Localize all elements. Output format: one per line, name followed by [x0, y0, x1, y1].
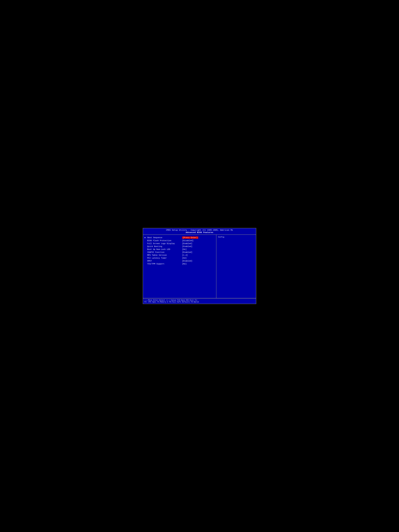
menu-item-label: Full Screen Logo Display	[145, 242, 181, 245]
menu-item-value: [Disabled]	[181, 240, 215, 242]
title-bar-top: CMOS Setup Utility - Copyright (C) 1985-…	[144, 229, 255, 231]
menu-item[interactable]: MPS Table Version[1.4]	[145, 254, 215, 257]
title-bar-sub: Advanced BIOS Features	[144, 231, 255, 234]
menu-arrow-icon: ▶	[145, 237, 147, 239]
menu-item-label-text: Full Screen Logo Display	[147, 242, 175, 245]
menu-item-value-normal: [1.4]	[182, 254, 188, 256]
menu-item-label-text: IOAPIC Function	[147, 251, 165, 253]
menu-item-value: [Press Enter]	[181, 236, 215, 239]
menu-item[interactable]: ▶ Boot Sequence[Press Enter]	[145, 236, 215, 239]
menu-item-value: [Enabled]	[181, 242, 215, 245]
menu-item[interactable]: PCI Latency Timer[64]	[145, 257, 215, 260]
menu-item-label: HPET	[145, 260, 181, 262]
menu-item[interactable]: HPET[Enabled]	[145, 260, 215, 262]
menu-item-label-text: PCI Latency Timer	[147, 257, 167, 259]
menu-item[interactable]: Quick Booting[Enabled]	[145, 245, 215, 248]
menu-item-value-highlighted: [Press Enter]	[182, 236, 198, 239]
menu-item-label: MPS Table Version	[145, 254, 181, 256]
menu-item-value-normal: [64]	[182, 257, 187, 259]
menu-item-label: BIOS Flash Protection	[145, 240, 181, 242]
screen-wrapper: CMOS Setup Utility - Copyright (C) 1985-…	[140, 223, 259, 309]
menu-item[interactable]: BIOS Flash Protection[Disabled]	[145, 239, 215, 242]
menu-item-label-text: Boot Sequence	[147, 237, 162, 239]
footer-line-1: ↑↓↔:Move Enter:Select +/-/:Value F10:Sav…	[144, 299, 255, 301]
right-panel-title: Config	[218, 236, 254, 238]
main-content: ▶ Boot Sequence[Press Enter] BIOS Flash …	[143, 235, 256, 298]
footer-line-2: F4: CPU Spec F5:Memory-Z F8:Fail-Safe De…	[144, 301, 255, 303]
menu-item-value-normal: [Enabled]	[182, 251, 192, 253]
bios-screen: CMOS Setup Utility - Copyright (C) 1985-…	[143, 228, 256, 304]
footer: ↑↓↔:Move Enter:Select +/-/:Value F10:Sav…	[143, 298, 256, 304]
menu-item-label-text: TCG/TPM Support	[147, 263, 165, 265]
right-panel: Config	[216, 235, 256, 298]
menu-item-value-normal: [Enabled]	[182, 260, 192, 262]
menu-item-label-text: MPS Table Version	[147, 254, 167, 256]
menu-item-value: [64]	[181, 257, 215, 259]
menu-item-label: Boot Up Num-Lock LED	[145, 248, 181, 250]
menu-item-value: [1.4]	[181, 254, 215, 256]
menu-item[interactable]: IOAPIC Function[Enabled]	[145, 251, 215, 254]
menu-item-label: IOAPIC Function	[145, 251, 181, 253]
menu-item[interactable]: Boot Up Num-Lock LED[On]	[145, 248, 215, 251]
menu-item-label-text: Boot Up Num-Lock LED	[147, 248, 170, 250]
menu-item-value-normal: [No]	[182, 263, 187, 265]
menu-item-label: Quick Booting	[145, 245, 181, 247]
menu-item-label: TCG/TPM Support	[145, 263, 181, 265]
menu-item-value: [Enabled]	[181, 251, 215, 253]
menu-item-value-normal: [Enabled]	[182, 245, 192, 247]
menu-item-value-normal: [Enabled]	[182, 242, 192, 245]
menu-item-label-text: BIOS Flash Protection	[147, 240, 171, 242]
menu-item-value: [No]	[181, 263, 215, 265]
menu-item-label: PCI Latency Timer	[145, 257, 181, 259]
menu-item-value: [Enabled]	[181, 245, 215, 247]
menu-item-value-normal: [Disabled]	[182, 240, 194, 242]
menu-item[interactable]: TCG/TPM Support[No]	[145, 262, 215, 265]
menu-item-value: [On]	[181, 248, 215, 250]
menu-item-label-text: Quick Booting	[147, 245, 162, 247]
left-panel: ▶ Boot Sequence[Press Enter] BIOS Flash …	[143, 235, 216, 298]
menu-item-value-normal: [On]	[182, 248, 187, 250]
title-bar: CMOS Setup Utility - Copyright (C) 1985-…	[143, 228, 256, 235]
menu-item-label-text: HPET	[147, 260, 152, 262]
menu-item-label: ▶ Boot Sequence	[145, 236, 181, 239]
menu-item[interactable]: Full Screen Logo Display[Enabled]	[145, 242, 215, 245]
menu-item-value: [Enabled]	[181, 260, 215, 262]
